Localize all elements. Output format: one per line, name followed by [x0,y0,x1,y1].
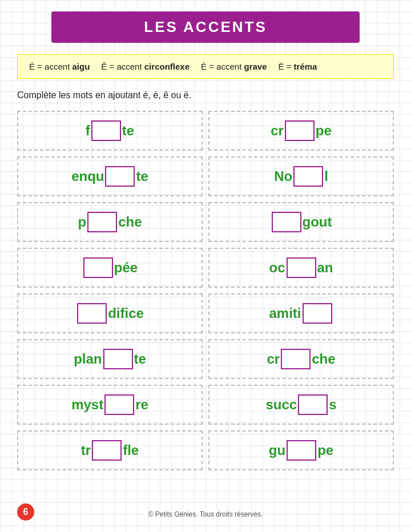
exercise-9: difice [17,293,203,333]
exercise-14: succ s [208,385,394,425]
word-after: an [317,260,333,276]
exercise-15: tr fle [17,430,203,470]
exercise-6: gout [208,202,394,242]
exercise-4: No l [208,156,394,196]
word-after: te [136,168,148,184]
blank-box[interactable] [83,257,113,278]
word-before: succ [265,397,297,413]
exercise-10: amiti [208,293,394,333]
footer-text: © Petits Génies. Tous droits réservés. [148,510,263,518]
word-after: che [118,214,142,230]
word-after: te [122,123,134,139]
accent-circonflexe: Ê = accent circonflexe [101,62,190,71]
blank-box[interactable] [104,394,134,415]
word-before: f [86,123,90,139]
word-after: re [135,397,148,413]
word-before: cr [267,351,280,367]
exercise-1: f te [17,111,203,151]
blank-box[interactable] [287,440,316,461]
exercise-11: plan te [17,339,203,379]
word-before: amiti [269,305,301,321]
page-title: LES ACCENTS [51,11,360,43]
exercise-5: p che [17,202,203,242]
page-number: 6 [17,503,34,521]
word-before: plan [74,351,102,367]
word-before: No [274,168,292,184]
word-after: te [134,351,146,367]
blank-box[interactable] [91,120,121,141]
instruction-text: Complète les mots en ajoutant é, è, ê ou… [17,90,394,100]
exercises-grid: f te cr pe enqu te [17,111,394,470]
word-before: tr [81,442,91,458]
exercise-2: cr pe [208,111,394,151]
accent-grave: È = accent grave [201,62,267,71]
word-before: p [78,214,86,230]
exercise-13: myst re [17,385,203,425]
word-before: oc [269,260,285,276]
blank-box[interactable] [298,394,328,415]
blank-box[interactable] [272,212,301,232]
blank-box[interactable] [287,257,316,278]
word-after: pée [114,260,138,276]
blank-box[interactable] [303,303,332,324]
word-after: che [312,351,335,367]
accent-aigu: É = accent aigu [29,62,90,71]
blank-box[interactable] [105,166,135,187]
word-after: pe [316,123,332,139]
exercise-8: oc an [208,248,394,288]
blank-box[interactable] [87,212,117,232]
blank-box[interactable] [77,303,107,324]
word-before: cr [271,123,284,139]
word-before: myst [71,397,103,413]
accent-info-box: É = accent aigu Ê = accent circonflexe È… [17,54,394,79]
exercise-12: cr che [208,339,394,379]
blank-box[interactable] [281,349,311,369]
exercise-7: pée [17,248,203,288]
word-before: enqu [71,168,104,184]
word-after: s [329,397,336,413]
word-after: fle [123,442,139,458]
blank-box[interactable] [293,166,323,187]
page: LES ACCENTS É = accent aigu Ê = accent c… [0,0,411,532]
exercise-3: enqu te [17,156,203,196]
word-before: gu [269,442,285,458]
word-after: difice [108,305,144,321]
word-after: gout [303,214,332,230]
word-after: pe [317,442,333,458]
blank-box[interactable] [92,440,122,461]
exercise-16: gu pe [208,430,394,470]
blank-box[interactable] [103,349,133,369]
word-after: l [324,168,328,184]
blank-box[interactable] [285,120,315,141]
accent-trema: Ë = tréma [279,62,317,71]
